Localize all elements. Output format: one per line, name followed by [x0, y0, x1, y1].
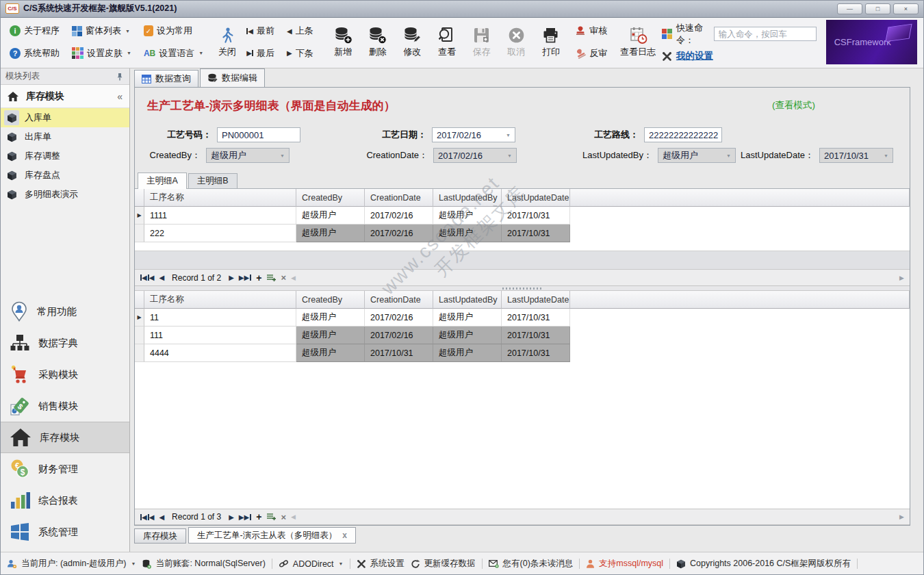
view-button[interactable]: 查看	[431, 20, 463, 64]
next-record-icon[interactable]: ▶	[229, 274, 234, 281]
cell[interactable]: 1111	[144, 207, 296, 225]
module-finance[interactable]: € $ 财务管理	[0, 453, 129, 485]
prev-record-icon[interactable]: ◀	[159, 274, 164, 281]
first-record-icon[interactable]: ◀◀	[140, 274, 154, 281]
append-record-icon[interactable]: +	[256, 272, 261, 283]
delete-record-icon[interactable]: ×	[281, 272, 286, 283]
collapse-icon[interactable]: «	[117, 91, 123, 102]
cell[interactable]: 111	[144, 327, 296, 344]
module-sales[interactable]: $ 销售模块	[0, 390, 129, 422]
module-inventory[interactable]: 库存模块	[0, 422, 129, 453]
audit-button[interactable]: 审核	[572, 23, 610, 38]
append-record-icon[interactable]: +	[256, 511, 261, 522]
module-system[interactable]: 系统管理	[0, 516, 129, 548]
maximize-button[interactable]: □	[865, 3, 890, 14]
doc-tab-process-order[interactable]: 生产工艺单-演示主从表（多明细表） x	[188, 527, 356, 544]
set-language-button[interactable]: AB 设置语言 ▼	[141, 46, 206, 61]
creation-date-dropdown[interactable]: 2017/02/16	[433, 148, 517, 163]
column-header[interactable]: CreationDate	[365, 291, 433, 309]
minimize-button[interactable]: —	[837, 3, 862, 14]
tab-data-edit[interactable]: 数据编辑	[200, 68, 265, 87]
column-header[interactable]: LastUpdateDate	[502, 189, 570, 207]
table-row[interactable]: ▶ 1111 超级用户 2017/02/16 超级用户 2017/10/31	[135, 207, 910, 225]
table-row[interactable]: 111 超级用户 2017/02/16 超级用户 2017/10/31	[135, 327, 910, 344]
last-record-button[interactable]: ▶ 最后	[244, 46, 277, 61]
module-purchase[interactable]: 采购模块	[0, 359, 129, 390]
pin-icon[interactable]	[116, 73, 124, 81]
cell[interactable]: 222	[144, 225, 296, 242]
cell[interactable]: 超级用户	[433, 309, 502, 327]
cell[interactable]: 超级用户	[296, 225, 365, 242]
scroll-right-icon[interactable]: ▶	[899, 274, 904, 281]
sidebar-section-header[interactable]: 库存模块 «	[0, 85, 129, 108]
cell[interactable]: 2017/02/16	[365, 225, 433, 242]
cell[interactable]: 2017/10/31	[502, 344, 570, 362]
sidebar-item-multidetail-demo[interactable]: 多明细表演示	[0, 185, 129, 204]
column-header[interactable]: CreatedBy	[296, 291, 365, 309]
delete-button[interactable]: 删除	[361, 20, 394, 64]
column-header[interactable]: CreationDate	[365, 189, 433, 207]
cell[interactable]: 超级用户	[433, 225, 502, 242]
current-account[interactable]: 当前账套: Normal(SqlServer)	[142, 558, 265, 570]
last-record-icon[interactable]: ▶▶	[239, 274, 251, 281]
cell[interactable]: 超级用户	[433, 207, 502, 225]
print-button[interactable]: 打印	[535, 20, 567, 64]
close-button[interactable]: ×	[893, 3, 919, 14]
modify-button[interactable]: 修改	[396, 20, 428, 64]
sidebar-item-inbound-order[interactable]: 入库单	[0, 108, 129, 127]
current-user-menu[interactable]: 当前用户: (admin-超级用户) ▼	[7, 558, 136, 570]
messages-button[interactable]: 您有(0)条未读消息	[489, 558, 574, 570]
cell[interactable]: 超级用户	[433, 327, 502, 344]
tab-detail-a[interactable]: 主明细A	[138, 172, 187, 189]
tab-close-icon[interactable]: x	[342, 531, 347, 540]
set-skin-button[interactable]: 设置皮肤 ▼	[69, 46, 134, 61]
column-header[interactable]: 工序名称	[144, 189, 296, 207]
last-updated-by-dropdown[interactable]: 超级用户	[658, 148, 736, 163]
my-settings-link[interactable]: 我的设置	[676, 50, 713, 62]
cell[interactable]: 超级用户	[433, 344, 502, 362]
ado-direct-menu[interactable]: ADODirect ▼	[279, 559, 344, 569]
cell[interactable]: 2017/10/31	[502, 207, 570, 225]
module-data-dictionary[interactable]: 数据字典	[0, 327, 129, 359]
tab-data-query[interactable]: 数据查询	[134, 70, 198, 87]
cell[interactable]: 超级用户	[296, 327, 365, 344]
about-button[interactable]: i 关于程序	[7, 23, 62, 38]
next-record-button[interactable]: ▶ 下条	[284, 46, 316, 61]
cell[interactable]: 超级用户	[296, 207, 365, 225]
view-log-button[interactable]: 查看日志	[617, 20, 659, 64]
unaudit-button[interactable]: 反审	[572, 46, 610, 61]
column-header[interactable]: CreatedBy	[296, 189, 365, 207]
cell[interactable]: 2017/02/16	[365, 327, 433, 344]
append-grid-icon[interactable]	[266, 274, 276, 282]
scroll-right-icon[interactable]: ▶	[899, 513, 904, 520]
process-route-input[interactable]: 22222222222222	[644, 127, 722, 142]
append-grid-icon[interactable]	[266, 513, 276, 521]
cell[interactable]: 2017/10/31	[365, 344, 433, 362]
scroll-left-icon[interactable]: ◀	[291, 513, 296, 520]
column-header[interactable]: 工序名称	[144, 291, 296, 309]
sidebar-item-stock-count[interactable]: 库存盘点	[0, 166, 129, 185]
cell[interactable]: 4444	[144, 344, 296, 362]
table-row[interactable]: ▶ 11 超级用户 2017/02/16 超级用户 2017/10/31	[135, 309, 910, 327]
prev-record-icon[interactable]: ◀	[159, 513, 164, 521]
help-button[interactable]: ? 系统帮助	[7, 46, 62, 61]
first-record-icon[interactable]: ◀◀	[140, 513, 154, 521]
form-list-button[interactable]: 窗体列表 ▼	[69, 23, 134, 38]
cell[interactable]: 超级用户	[296, 344, 365, 362]
process-date-dropdown[interactable]: 2017/02/16	[432, 127, 515, 142]
add-button[interactable]: 新增	[327, 20, 359, 64]
set-favorite-button[interactable]: ✓ 设为常用	[141, 23, 206, 38]
table-row[interactable]: 4444 超级用户 2017/10/31 超级用户 2017/10/31	[135, 344, 910, 362]
save-button[interactable]: 保存	[465, 20, 498, 64]
cell[interactable]: 2017/02/16	[365, 309, 433, 327]
doc-tab-inventory-module[interactable]: 库存模块	[134, 528, 186, 544]
delete-record-icon[interactable]: ×	[281, 512, 286, 522]
sidebar-item-stock-adjust[interactable]: 库存调整	[0, 146, 129, 166]
process-no-input[interactable]: PN000001	[217, 127, 300, 142]
column-header[interactable]: LastUpdatedBy	[433, 291, 502, 309]
refresh-cache-button[interactable]: 更新缓存数据	[411, 558, 476, 570]
column-header[interactable]: LastUpdateDate	[502, 291, 570, 309]
system-settings-button[interactable]: 系统设置	[357, 558, 405, 570]
cell[interactable]: 2017/10/31	[502, 327, 570, 344]
cancel-button[interactable]: 取消	[500, 20, 532, 64]
